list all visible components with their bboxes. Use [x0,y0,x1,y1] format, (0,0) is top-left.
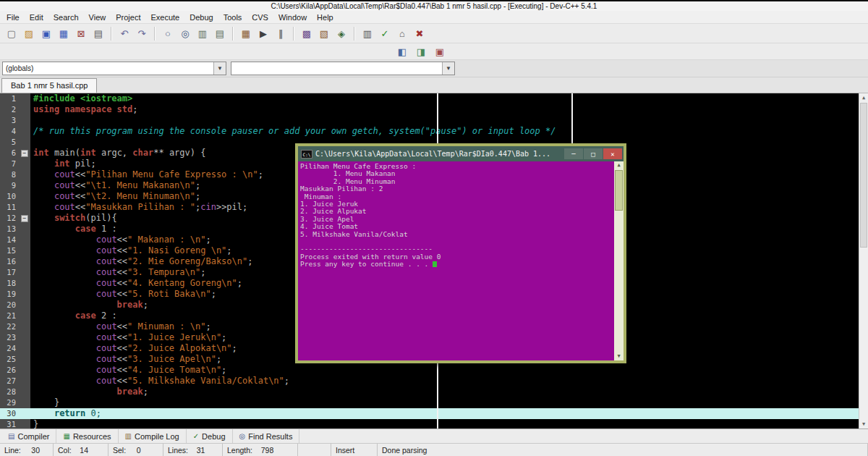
menu-edit[interactable]: Edit [25,12,48,22]
menu-file[interactable]: File [1,12,25,22]
tab-compiler[interactable]: ▤Compiler [1,429,56,443]
resources-icon: ▦ [63,432,69,440]
save-all-icon[interactable]: ▦ [56,26,72,41]
fold-margin [20,419,30,428]
fold-margin [20,169,30,180]
scroll-down-icon[interactable]: ▼ [859,420,868,428]
compile-icon[interactable]: ▦ [238,26,254,41]
chevron-down-icon[interactable]: ▼ [442,62,454,75]
goto-line-icon[interactable]: ▥ [195,26,210,41]
console-close-button[interactable]: ✕ [603,148,622,159]
code-line[interactable]: 30 return 0; [0,408,868,419]
code-line[interactable]: 3 [0,115,868,126]
close-file-icon[interactable]: ⊠ [73,26,89,41]
console-maximize-button[interactable]: □ [584,148,603,159]
dock-right-icon[interactable]: ◧ [393,44,411,59]
float-report-window-icon[interactable]: ▣ [431,44,448,59]
console-line: 4. Juice Tomat [300,223,614,230]
line-number: 6 [0,148,20,159]
code-text: /* run this program using the console pa… [30,126,868,137]
menu-project[interactable]: Project [111,12,145,22]
fold-margin [20,332,30,343]
code-editor[interactable]: 1#include <iostream>2using namespace std… [0,93,868,428]
line-number: 16 [0,256,20,267]
tab-resources[interactable]: ▦Resources [56,429,118,443]
tab-find-results[interactable]: ◎Find Results [233,429,300,443]
menu-view[interactable]: View [84,12,111,22]
console-minimize-button[interactable]: ─ [564,148,583,159]
console-line: Masukkan Pilihan : 2 [300,185,614,193]
tab-compile-log[interactable]: ▥Compile Log [119,429,187,443]
menu-debug[interactable]: Debug [184,12,218,22]
pause-icon[interactable]: ∥ [273,26,289,41]
editor-tab-bar: Bab 1 nmr 5 hasil.cpp [0,77,868,93]
open-file-icon[interactable]: ▨ [21,26,37,41]
check-syntax-icon[interactable]: ✓ [377,26,393,41]
line-number: 21 [0,311,20,321]
fold-margin [20,115,30,126]
menu-help[interactable]: Help [312,12,339,22]
code-text: } [30,397,868,408]
line-number: 17 [0,267,20,278]
scroll-up-icon[interactable]: ▲ [859,93,868,102]
menu-tools[interactable]: Tools [218,12,247,22]
replace-icon[interactable]: ◎ [177,26,193,41]
scrollbar-thumb[interactable] [860,103,867,248]
package-manager-icon[interactable]: ⌂ [394,26,410,41]
run-icon[interactable]: ▶ [255,26,271,41]
editor-tab[interactable]: Bab 1 nmr 5 hasil.cpp [1,78,97,93]
tab-debug[interactable]: ✓Debug [187,429,233,443]
toolbar-separator [354,27,355,41]
fold-collapse-icon[interactable]: − [21,150,28,157]
chevron-down-icon[interactable]: ▼ [213,62,226,75]
console-cursor [433,261,437,267]
fold-collapse-icon[interactable]: − [21,215,28,222]
code-line[interactable]: 29 } [0,397,868,408]
code-line[interactable]: 31} [0,419,868,428]
members-combobox[interactable]: ▼ [231,62,455,75]
console-scrollbar[interactable]: ▲ ▼ [614,161,624,360]
scroll-down-icon[interactable]: ▼ [614,352,624,360]
tab-label: Compile Log [135,432,179,441]
code-line[interactable]: 27 cout<<"5. Milkshake Vanila/Coklat\n"; [0,376,868,387]
rebuild-all-icon[interactable]: ▧ [316,26,332,41]
col-indicator: Col: 14 [54,444,109,456]
abort-icon[interactable]: ✖ [412,26,427,41]
fold-margin [20,180,30,191]
globals-combobox[interactable]: (globals) ▼ [2,62,226,75]
code-line[interactable]: 4/* run this program using the console p… [0,126,868,137]
debug-icon[interactable]: ◈ [333,26,349,41]
console-window[interactable]: C:\ C:\Users\Kila\AppData\Local\Temp\Rar… [295,143,626,363]
code-line[interactable]: 1#include <iostream> [0,93,868,104]
new-file-icon[interactable]: ▢ [4,26,20,41]
menu-search[interactable]: Search [48,12,84,22]
find-icon[interactable]: ○ [160,26,176,41]
dock-left-icon[interactable]: ◨ [412,44,430,59]
code-line[interactable]: 2using namespace std; [0,104,868,115]
fold-margin [20,256,30,267]
line-number: 27 [0,376,20,387]
line-number: 23 [0,332,20,343]
code-text: break; [30,387,868,397]
menu-execute[interactable]: Execute [145,12,184,22]
menu-window[interactable]: Window [273,12,312,22]
compile-run-icon[interactable]: ▩ [299,26,315,41]
save-icon[interactable]: ▣ [38,26,54,41]
console-scrollbar-thumb[interactable] [615,170,623,211]
line-number: 9 [0,180,20,191]
menu-cvs[interactable]: CVS [247,12,273,22]
editor-scrollbar[interactable]: ▲ ▼ [859,93,868,428]
profile-icon[interactable]: ▥ [359,26,375,41]
tab-label: Compiler [17,432,49,441]
scroll-up-icon[interactable]: ▲ [614,161,624,169]
fold-margin [20,311,30,321]
undo-icon[interactable]: ↶ [116,26,132,41]
console-title-bar[interactable]: C:\ C:\Users\Kila\AppData\Local\Temp\Rar… [298,146,624,161]
code-line[interactable]: 26 cout<<"4. Juice Tomat\n"; [0,365,868,376]
code-line[interactable]: 28 break; [0,387,868,397]
next-bookmark-icon[interactable]: ▤ [212,26,228,41]
print-icon[interactable]: ▤ [90,26,106,41]
fold-margin [20,278,30,289]
redo-icon[interactable]: ↷ [134,26,150,41]
fold-margin [20,126,30,137]
